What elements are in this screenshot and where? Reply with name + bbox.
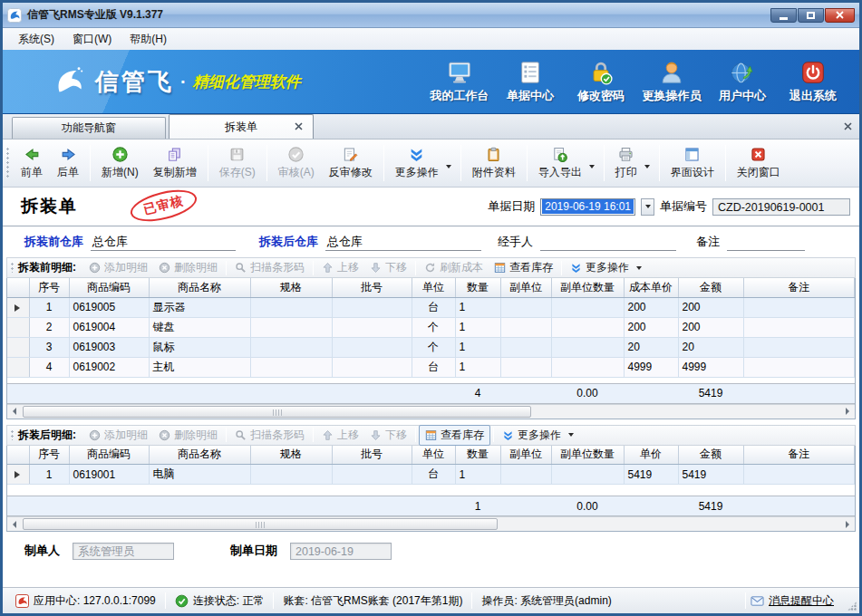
- tab-close-icon[interactable]: [294, 121, 304, 131]
- col-header[interactable]: 金额: [678, 278, 743, 297]
- delete-detail-button[interactable]: 删除明细: [153, 426, 223, 445]
- col-header[interactable]: 副单位数量: [551, 446, 624, 465]
- cell-qty[interactable]: 1: [455, 337, 500, 357]
- row-selector[interactable]: [7, 317, 29, 337]
- cell-amount[interactable]: 200: [678, 317, 743, 337]
- cell-subqty[interactable]: [551, 317, 624, 337]
- post-warehouse-field[interactable]: 总仓库: [325, 234, 481, 251]
- cell-spec[interactable]: [250, 465, 332, 485]
- title-bar[interactable]: 信管飞RMS专业版 V9.1.377: [3, 3, 859, 28]
- cell-name[interactable]: 鼠标: [149, 337, 250, 357]
- cell-subunit[interactable]: [500, 357, 551, 377]
- menu-window[interactable]: 窗口(W): [64, 29, 120, 50]
- nav-switch-operator[interactable]: 更换操作员: [636, 55, 707, 108]
- cell-code[interactable]: 0619003: [69, 337, 149, 357]
- col-header[interactable]: 数量: [455, 278, 500, 297]
- col-header[interactable]: 批号: [332, 278, 412, 297]
- nav-document-center[interactable]: 单据中心: [495, 55, 566, 108]
- cell-subqty[interactable]: [551, 337, 624, 357]
- col-header[interactable]: 商品编码: [69, 278, 149, 297]
- table-row[interactable]: 3 0619003 鼠标 个 1 20 20: [7, 337, 855, 357]
- col-header[interactable]: 商品名称: [149, 278, 250, 297]
- row-selector[interactable]: [7, 297, 29, 317]
- cell-price[interactable]: 5419: [624, 465, 678, 485]
- close-button[interactable]: [825, 8, 855, 23]
- cell-subqty[interactable]: [551, 357, 624, 377]
- cell-remark[interactable]: [743, 357, 855, 377]
- col-header[interactable]: 序号: [29, 446, 69, 465]
- row-selector[interactable]: [7, 465, 29, 485]
- cell-remark[interactable]: [743, 337, 855, 357]
- save-button[interactable]: 保存(S): [212, 143, 263, 183]
- cell-remark[interactable]: [743, 465, 855, 485]
- cell-qty[interactable]: 1: [455, 357, 500, 377]
- scan-barcode-button[interactable]: 扫描条形码: [229, 258, 310, 277]
- prev-doc-button[interactable]: 前单: [14, 143, 50, 183]
- tabstrip-close-icon[interactable]: [843, 121, 853, 131]
- col-header[interactable]: 批号: [332, 446, 412, 465]
- cell-spec[interactable]: [250, 317, 332, 337]
- add-detail-button[interactable]: 添加明细: [83, 426, 153, 445]
- cell-batch[interactable]: [332, 337, 412, 357]
- cell-subunit[interactable]: [500, 317, 551, 337]
- cell-code[interactable]: 0619005: [69, 297, 149, 317]
- table-row[interactable]: 1 0619001 电脑 台 1 5419 5419: [7, 465, 855, 485]
- doc-date-dropdown-button[interactable]: [641, 198, 654, 216]
- cell-batch[interactable]: [332, 465, 412, 485]
- cell-code[interactable]: 0619001: [69, 465, 149, 485]
- cell-name[interactable]: 键盘: [149, 317, 250, 337]
- selector-header[interactable]: [7, 446, 29, 465]
- cell-unit[interactable]: 个: [412, 337, 455, 357]
- move-up-button[interactable]: 上移: [316, 426, 364, 445]
- menu-system[interactable]: 系统(S): [10, 29, 63, 50]
- nav-my-workbench[interactable]: 我的工作台: [424, 55, 495, 108]
- maximize-button[interactable]: [798, 8, 824, 23]
- table-row[interactable]: 1 0619005 显示器 台 1 200 200: [7, 297, 855, 317]
- cell-seq[interactable]: 4: [29, 357, 69, 377]
- row-selector[interactable]: [7, 357, 29, 377]
- cell-amount[interactable]: 5419: [678, 465, 743, 485]
- cell-unit[interactable]: 台: [412, 297, 455, 317]
- col-header[interactable]: 规格: [250, 278, 332, 297]
- cell-price[interactable]: 4999: [624, 357, 678, 377]
- row-selector[interactable]: [7, 337, 29, 357]
- cell-subunit[interactable]: [500, 465, 551, 485]
- scroll-right-button[interactable]: [840, 517, 855, 531]
- col-header[interactable]: 序号: [29, 278, 69, 297]
- ui-design-button[interactable]: 界面设计: [663, 143, 722, 183]
- cell-subqty[interactable]: [551, 297, 624, 317]
- cell-spec[interactable]: [250, 337, 332, 357]
- close-window-button[interactable]: 关闭窗口: [730, 143, 788, 183]
- cell-remark[interactable]: [743, 317, 855, 337]
- table-row[interactable]: 4 0619002 主机 台 1 4999 4999: [7, 357, 855, 377]
- cell-amount[interactable]: 4999: [678, 357, 743, 377]
- make-date-field[interactable]: 2019-06-19: [290, 543, 392, 560]
- col-header[interactable]: 副单位数量: [551, 278, 624, 297]
- print-button[interactable]: 打印: [608, 143, 655, 183]
- move-down-button[interactable]: 下移: [364, 426, 412, 445]
- refresh-cost-button[interactable]: 刷新成本: [419, 258, 489, 277]
- col-header[interactable]: 副单位: [500, 278, 551, 297]
- nav-exit-system[interactable]: 退出系统: [778, 55, 848, 108]
- col-header[interactable]: 商品名称: [149, 446, 250, 465]
- scrollbar-thumb[interactable]: [23, 406, 531, 418]
- col-header[interactable]: 数量: [455, 446, 500, 465]
- move-up-button[interactable]: 上移: [316, 258, 364, 277]
- cell-code[interactable]: 0619004: [69, 317, 149, 337]
- delete-detail-button[interactable]: 删除明细: [153, 258, 223, 277]
- cell-unit[interactable]: 个: [412, 317, 455, 337]
- cell-seq[interactable]: 1: [29, 297, 69, 317]
- cell-subunit[interactable]: [500, 297, 551, 317]
- cell-name[interactable]: 显示器: [149, 297, 250, 317]
- cell-seq[interactable]: 1: [29, 465, 69, 485]
- cell-remark[interactable]: [743, 297, 855, 317]
- col-header[interactable]: 单位: [412, 446, 455, 465]
- selector-header[interactable]: [7, 278, 29, 297]
- nav-user-center[interactable]: 用户中心: [707, 55, 778, 108]
- maker-field[interactable]: 系统管理员: [73, 543, 174, 560]
- import-export-button[interactable]: 导入导出: [531, 143, 600, 183]
- cell-amount[interactable]: 20: [678, 337, 743, 357]
- col-header[interactable]: 备注: [743, 278, 855, 297]
- cell-qty[interactable]: 1: [455, 297, 500, 317]
- cell-unit[interactable]: 台: [412, 357, 455, 377]
